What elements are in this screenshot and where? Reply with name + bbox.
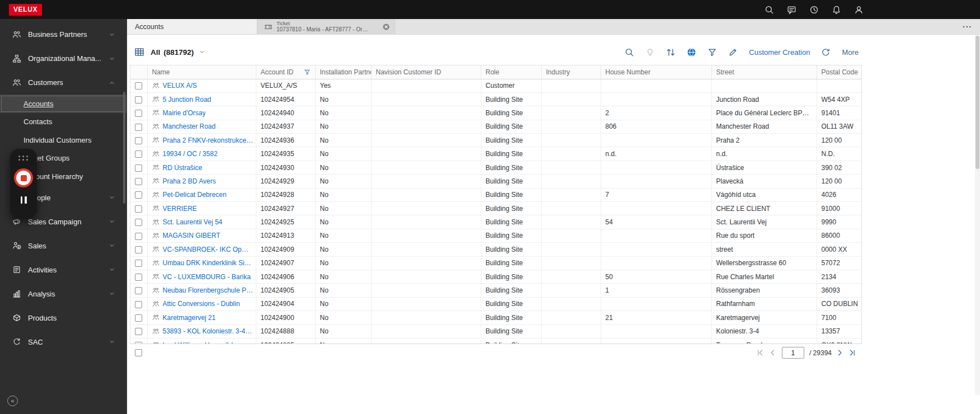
table-row[interactable]: 19934 / OC / 3582 102424935 No Building …: [130, 147, 862, 161]
account-name-link[interactable]: Umbau DRK Kinderklinik Siegen: [163, 259, 254, 267]
account-name-link[interactable]: Manchester Road: [163, 123, 216, 130]
sidebar-item-customers[interactable]: Customers: [0, 70, 126, 95]
table-row[interactable]: VC-SPANBROEK- IKC Opmeer... 102424909 No…: [130, 243, 862, 256]
edit-icon[interactable]: [728, 48, 738, 57]
account-name-link[interactable]: Karetmagervej 21: [163, 314, 216, 322]
account-name-link[interactable]: VC-SPANBROEK- IKC Opmeer...: [163, 246, 254, 253]
more-button[interactable]: More: [842, 48, 859, 57]
row-checkbox[interactable]: [135, 301, 142, 308]
column-header-installation-partner[interactable]: Installation Partner: [315, 65, 371, 79]
account-name-link[interactable]: Neubau Florenbergschule Pilg...: [163, 286, 254, 294]
account-name-link[interactable]: RD Ústrašice: [163, 164, 203, 172]
column-header-name[interactable]: Name: [147, 65, 256, 79]
table-row[interactable]: Pet-Delicat Debrecen 102424928 No Buildi…: [130, 188, 862, 201]
search-icon[interactable]: [625, 48, 634, 57]
row-checkbox[interactable]: [135, 178, 142, 185]
sidebar-item-contacts[interactable]: Contacts: [0, 113, 126, 131]
table-row[interactable]: VC - LUXEMBOURG - Barika 102424906 No Bu…: [130, 270, 862, 283]
table-row[interactable]: Manchester Road 102424937 No Building Si…: [130, 120, 862, 133]
drag-handle-icon[interactable]: [18, 156, 29, 161]
row-checkbox[interactable]: [135, 124, 142, 131]
row-checkbox[interactable]: [135, 137, 142, 144]
table-view-icon[interactable]: [134, 47, 144, 57]
account-name-link[interactable]: MAGASIN GIBERT: [163, 232, 221, 239]
tab-ticket[interactable]: Ticket 10737810 - Maria - AFT28777 - Ord…: [257, 19, 395, 34]
select-all-checkbox[interactable]: [135, 349, 142, 356]
account-name-link[interactable]: VERRIERE: [163, 205, 197, 213]
pause-recording-button[interactable]: [21, 196, 27, 204]
row-checkbox[interactable]: [135, 191, 142, 199]
next-page-icon[interactable]: [836, 349, 844, 357]
account-name-link[interactable]: VC - LUXEMBOURG - Barika: [163, 273, 251, 281]
search-icon[interactable]: [765, 5, 774, 15]
table-row[interactable]: VELUX A/S VELUX_A/S Yes Customer: [130, 79, 862, 92]
account-name-link[interactable]: Praha 2 BD Avers: [163, 177, 216, 185]
last-page-icon[interactable]: [848, 349, 856, 357]
column-header-role[interactable]: Role: [481, 65, 541, 79]
close-tab-icon[interactable]: [382, 23, 390, 31]
previous-page-icon[interactable]: [768, 349, 777, 357]
row-checkbox[interactable]: [135, 287, 142, 294]
column-header-postal-code[interactable]: Postal Code: [817, 65, 862, 79]
row-checkbox[interactable]: [135, 328, 142, 335]
row-checkbox[interactable]: [135, 233, 142, 240]
row-checkbox[interactable]: [135, 205, 142, 213]
table-row[interactable]: VERRIERE 102424927 No Building Site CHEZ…: [130, 202, 862, 215]
sidebar-item-products[interactable]: Products: [0, 306, 126, 330]
table-row[interactable]: 5 Junction Road 102424954 No Building Si…: [130, 92, 862, 106]
history-icon[interactable]: [809, 5, 819, 15]
page-scrollbar[interactable]: [976, 36, 979, 169]
account-name-link[interactable]: VELUX A/S: [163, 82, 197, 90]
sidebar-item-business-partners[interactable]: Business Partners: [0, 22, 126, 46]
sidebar-item-organizational-mana[interactable]: Organizational Mana...: [0, 46, 126, 70]
table-row[interactable]: MAGASIN GIBERT 102424913 No Building Sit…: [130, 229, 862, 242]
table-row[interactable]: Attic Conversions - Dublin 102424904 No …: [130, 297, 862, 310]
row-checkbox[interactable]: [135, 110, 142, 117]
sort-icon[interactable]: [666, 48, 676, 57]
sidebar-scrollbar[interactable]: [123, 92, 125, 204]
page-input[interactable]: [782, 347, 804, 359]
table-row[interactable]: Umbau DRK Kinderklinik Siegen 102424907 …: [130, 256, 862, 270]
stop-recording-button[interactable]: [14, 168, 33, 187]
row-checkbox[interactable]: [135, 150, 142, 158]
notifications-icon[interactable]: [832, 5, 841, 15]
row-checkbox[interactable]: [135, 96, 142, 103]
globe-icon[interactable]: [687, 48, 696, 57]
account-name-link[interactable]: Mairie d'Orsay: [163, 109, 206, 117]
row-checkbox[interactable]: [135, 246, 142, 253]
table-row[interactable]: Sct. Laurentii Vej 54 102424925 No Build…: [130, 215, 862, 229]
first-page-icon[interactable]: [756, 349, 765, 357]
filter-icon[interactable]: [707, 48, 717, 57]
row-checkbox[interactable]: [135, 164, 142, 172]
account-name-link[interactable]: Attic Conversions - Dublin: [163, 300, 240, 308]
sidebar-item-activities[interactable]: Activities: [0, 258, 126, 282]
tab-accounts[interactable]: Accounts: [127, 19, 257, 34]
feedback-icon[interactable]: [787, 5, 796, 15]
column-header-navision-customer-id[interactable]: Navision Customer ID: [371, 65, 481, 79]
sidebar-item-sales[interactable]: Sales: [0, 234, 126, 258]
table-row[interactable]: Karetmagervej 21 102424900 No Building S…: [130, 311, 862, 324]
table-row[interactable]: Mairie d'Orsay 102424940 No Building Sit…: [130, 106, 862, 120]
row-checkbox[interactable]: [135, 260, 142, 267]
account-name-link[interactable]: 5 Junction Road: [163, 96, 212, 103]
sidebar-item-accounts[interactable]: Accounts: [0, 95, 126, 113]
refresh-icon[interactable]: [821, 48, 831, 57]
account-name-link[interactable]: 19934 / OC / 3582: [163, 150, 218, 158]
table-row[interactable]: 53893 - KOL Koloniestr. 3-4 B... 1024248…: [130, 324, 862, 338]
tab-overflow-button[interactable]: ···: [963, 22, 972, 31]
column-header-account-id[interactable]: Account ID: [256, 65, 315, 79]
table-row[interactable]: Neubau Florenbergschule Pilg... 10242490…: [130, 284, 862, 297]
column-header-industry[interactable]: Industry: [541, 65, 601, 79]
account-name-link[interactable]: 53893 - KOL Koloniestr. 3-4 B...: [163, 327, 254, 335]
table-row[interactable]: Praha 2 FNKV-rekonstrukce kli... 1024249…: [130, 134, 862, 147]
view-title[interactable]: All: [151, 48, 160, 57]
table-row[interactable]: Praha 2 BD Avers 102424929 No Building S…: [130, 175, 862, 188]
account-name-link[interactable]: Sct. Laurentii Vej 54: [163, 218, 223, 226]
table-row[interactable]: RD Ústrašice 102424930 No Building Site …: [130, 161, 862, 174]
table-row[interactable]: Lord Williams Upper & Lowe... 102424885 …: [130, 338, 862, 344]
collapse-sidebar-button[interactable]: «: [7, 396, 18, 406]
row-checkbox[interactable]: [135, 314, 142, 322]
account-name-link[interactable]: Praha 2 FNKV-rekonstrukce kli...: [163, 137, 254, 144]
row-checkbox[interactable]: [135, 219, 142, 226]
view-selector-chevron-icon[interactable]: [199, 49, 205, 55]
